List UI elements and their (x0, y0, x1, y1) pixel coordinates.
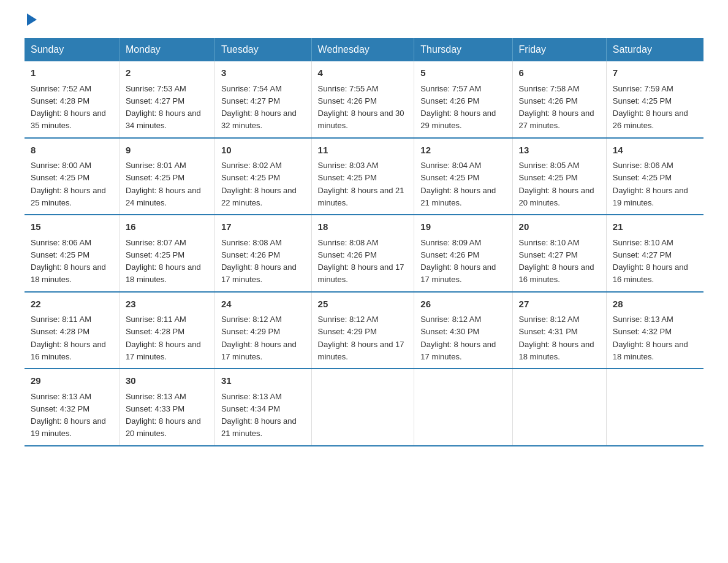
day-info: Sunrise: 7:58 AMSunset: 4:26 PMDaylight:… (519, 84, 594, 131)
logo-triangle-icon (27, 13, 37, 26)
calendar-cell: 14Sunrise: 8:06 AMSunset: 4:25 PMDayligh… (606, 138, 703, 215)
calendar-cell: 24Sunrise: 8:12 AMSunset: 4:29 PMDayligh… (214, 292, 311, 369)
day-number: 11 (318, 144, 408, 158)
calendar-cell: 10Sunrise: 8:02 AMSunset: 4:25 PMDayligh… (214, 138, 311, 215)
day-number: 18 (318, 220, 408, 234)
calendar-week-row: 8Sunrise: 8:00 AMSunset: 4:25 PMDaylight… (25, 138, 703, 215)
day-info: Sunrise: 8:12 AMSunset: 4:30 PMDaylight:… (420, 315, 496, 361)
day-number: 26 (420, 297, 506, 312)
calendar-cell: 6Sunrise: 7:58 AMSunset: 4:26 PMDaylight… (512, 61, 606, 138)
calendar-week-row: 1Sunrise: 7:52 AMSunset: 4:28 PMDaylight… (25, 61, 703, 138)
day-header-saturday: Saturday (606, 38, 703, 61)
calendar-week-row: 29Sunrise: 8:13 AMSunset: 4:32 PMDayligh… (25, 369, 703, 446)
day-number: 4 (318, 66, 408, 80)
day-info: Sunrise: 7:57 AMSunset: 4:26 PMDaylight:… (420, 84, 496, 131)
page-header (25, 18, 703, 26)
day-info: Sunrise: 8:01 AMSunset: 4:25 PMDaylight:… (126, 161, 201, 207)
day-info: Sunrise: 8:10 AMSunset: 4:27 PMDaylight:… (613, 238, 688, 285)
calendar-cell: 9Sunrise: 8:01 AMSunset: 4:25 PMDaylight… (119, 138, 214, 215)
calendar-table: SundayMondayTuesdayWednesdayThursdayFrid… (25, 38, 703, 446)
day-number: 20 (519, 220, 600, 234)
calendar-cell: 1Sunrise: 7:52 AMSunset: 4:28 PMDaylight… (25, 61, 119, 138)
day-info: Sunrise: 8:09 AMSunset: 4:26 PMDaylight:… (420, 238, 496, 285)
day-info: Sunrise: 8:13 AMSunset: 4:32 PMDaylight:… (613, 315, 688, 361)
day-header-sunday: Sunday (25, 38, 119, 61)
calendar-cell: 23Sunrise: 8:11 AMSunset: 4:28 PMDayligh… (119, 292, 214, 369)
day-info: Sunrise: 8:04 AMSunset: 4:25 PMDaylight:… (420, 161, 496, 207)
calendar-cell (414, 369, 512, 446)
calendar-cell: 4Sunrise: 7:55 AMSunset: 4:26 PMDaylight… (311, 61, 414, 138)
day-number: 3 (221, 66, 305, 80)
day-number: 24 (221, 297, 305, 312)
day-number: 29 (31, 374, 113, 388)
day-header-monday: Monday (119, 38, 214, 61)
day-number: 19 (420, 220, 506, 234)
day-number: 28 (613, 297, 697, 312)
day-number: 14 (613, 144, 697, 158)
calendar-cell: 28Sunrise: 8:13 AMSunset: 4:32 PMDayligh… (606, 292, 703, 369)
calendar-cell: 3Sunrise: 7:54 AMSunset: 4:27 PMDaylight… (214, 61, 311, 138)
calendar-cell: 15Sunrise: 8:06 AMSunset: 4:25 PMDayligh… (25, 215, 119, 292)
day-info: Sunrise: 8:08 AMSunset: 4:26 PMDaylight:… (221, 238, 297, 285)
day-info: Sunrise: 8:03 AMSunset: 4:25 PMDaylight:… (318, 161, 404, 207)
day-info: Sunrise: 7:55 AMSunset: 4:26 PMDaylight:… (318, 84, 404, 131)
day-info: Sunrise: 8:00 AMSunset: 4:25 PMDaylight:… (31, 161, 106, 207)
day-info: Sunrise: 8:08 AMSunset: 4:26 PMDaylight:… (318, 238, 404, 285)
calendar-cell: 2Sunrise: 7:53 AMSunset: 4:27 PMDaylight… (119, 61, 214, 138)
calendar-cell: 30Sunrise: 8:13 AMSunset: 4:33 PMDayligh… (119, 369, 214, 446)
day-info: Sunrise: 8:12 AMSunset: 4:31 PMDaylight:… (519, 315, 594, 361)
day-info: Sunrise: 8:11 AMSunset: 4:28 PMDaylight:… (126, 315, 201, 361)
calendar-cell: 17Sunrise: 8:08 AMSunset: 4:26 PMDayligh… (214, 215, 311, 292)
calendar-cell: 18Sunrise: 8:08 AMSunset: 4:26 PMDayligh… (311, 215, 414, 292)
day-info: Sunrise: 8:05 AMSunset: 4:25 PMDaylight:… (519, 161, 594, 207)
day-number: 2 (126, 66, 208, 80)
calendar-cell: 11Sunrise: 8:03 AMSunset: 4:25 PMDayligh… (311, 138, 414, 215)
calendar-cell: 27Sunrise: 8:12 AMSunset: 4:31 PMDayligh… (512, 292, 606, 369)
calendar-cell: 22Sunrise: 8:11 AMSunset: 4:28 PMDayligh… (25, 292, 119, 369)
day-header-thursday: Thursday (414, 38, 512, 61)
day-number: 27 (519, 297, 600, 312)
day-number: 7 (613, 66, 697, 80)
calendar-cell: 7Sunrise: 7:59 AMSunset: 4:25 PMDaylight… (606, 61, 703, 138)
day-header-wednesday: Wednesday (311, 38, 414, 61)
calendar-cell: 25Sunrise: 8:12 AMSunset: 4:29 PMDayligh… (311, 292, 414, 369)
day-info: Sunrise: 7:53 AMSunset: 4:27 PMDaylight:… (126, 84, 201, 131)
day-number: 31 (221, 374, 305, 388)
day-number: 12 (420, 144, 506, 158)
calendar-cell: 20Sunrise: 8:10 AMSunset: 4:27 PMDayligh… (512, 215, 606, 292)
day-number: 22 (31, 297, 113, 312)
calendar-cell: 31Sunrise: 8:13 AMSunset: 4:34 PMDayligh… (214, 369, 311, 446)
day-number: 30 (126, 374, 208, 388)
day-number: 25 (318, 297, 408, 312)
calendar-cell: 21Sunrise: 8:10 AMSunset: 4:27 PMDayligh… (606, 215, 703, 292)
day-info: Sunrise: 8:10 AMSunset: 4:27 PMDaylight:… (519, 238, 594, 285)
day-number: 9 (126, 144, 208, 158)
day-info: Sunrise: 8:13 AMSunset: 4:33 PMDaylight:… (126, 392, 201, 439)
calendar-week-row: 22Sunrise: 8:11 AMSunset: 4:28 PMDayligh… (25, 292, 703, 369)
calendar-cell: 26Sunrise: 8:12 AMSunset: 4:30 PMDayligh… (414, 292, 512, 369)
day-info: Sunrise: 7:52 AMSunset: 4:28 PMDaylight:… (31, 84, 106, 131)
calendar-cell: 5Sunrise: 7:57 AMSunset: 4:26 PMDaylight… (414, 61, 512, 138)
day-info: Sunrise: 8:06 AMSunset: 4:25 PMDaylight:… (613, 161, 688, 207)
calendar-cell: 8Sunrise: 8:00 AMSunset: 4:25 PMDaylight… (25, 138, 119, 215)
day-info: Sunrise: 7:54 AMSunset: 4:27 PMDaylight:… (221, 84, 297, 131)
day-number: 16 (126, 220, 208, 234)
calendar-cell: 16Sunrise: 8:07 AMSunset: 4:25 PMDayligh… (119, 215, 214, 292)
day-info: Sunrise: 8:06 AMSunset: 4:25 PMDaylight:… (31, 238, 106, 285)
calendar-cell: 19Sunrise: 8:09 AMSunset: 4:26 PMDayligh… (414, 215, 512, 292)
day-number: 8 (31, 144, 113, 158)
logo (25, 18, 37, 26)
day-info: Sunrise: 8:12 AMSunset: 4:29 PMDaylight:… (221, 315, 297, 361)
day-info: Sunrise: 8:07 AMSunset: 4:25 PMDaylight:… (126, 238, 201, 285)
calendar-week-row: 15Sunrise: 8:06 AMSunset: 4:25 PMDayligh… (25, 215, 703, 292)
day-number: 15 (31, 220, 113, 234)
calendar-cell: 12Sunrise: 8:04 AMSunset: 4:25 PMDayligh… (414, 138, 512, 215)
day-number: 21 (613, 220, 697, 234)
day-number: 17 (221, 220, 305, 234)
day-info: Sunrise: 8:13 AMSunset: 4:34 PMDaylight:… (221, 392, 297, 439)
day-info: Sunrise: 8:12 AMSunset: 4:29 PMDaylight:… (318, 315, 404, 361)
day-info: Sunrise: 8:02 AMSunset: 4:25 PMDaylight:… (221, 161, 297, 207)
day-info: Sunrise: 7:59 AMSunset: 4:25 PMDaylight:… (613, 84, 688, 131)
day-number: 13 (519, 144, 600, 158)
calendar-header-row: SundayMondayTuesdayWednesdayThursdayFrid… (25, 38, 703, 61)
